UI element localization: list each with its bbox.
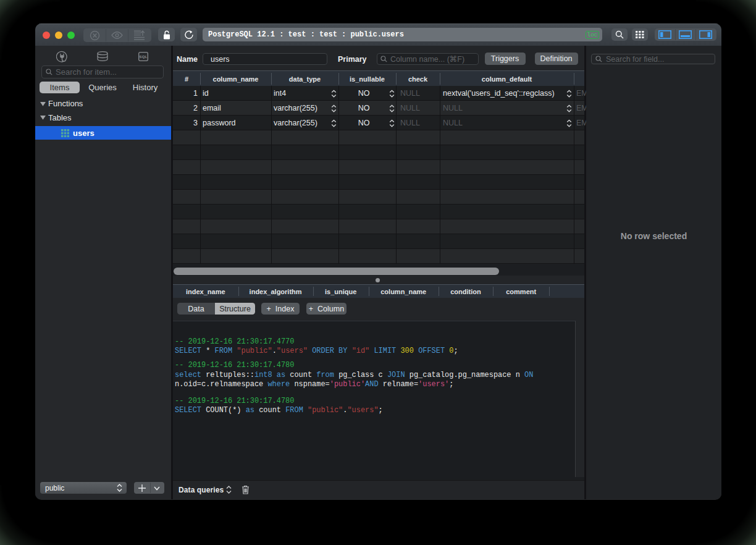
svg-text:SQL: SQL — [139, 54, 147, 59]
